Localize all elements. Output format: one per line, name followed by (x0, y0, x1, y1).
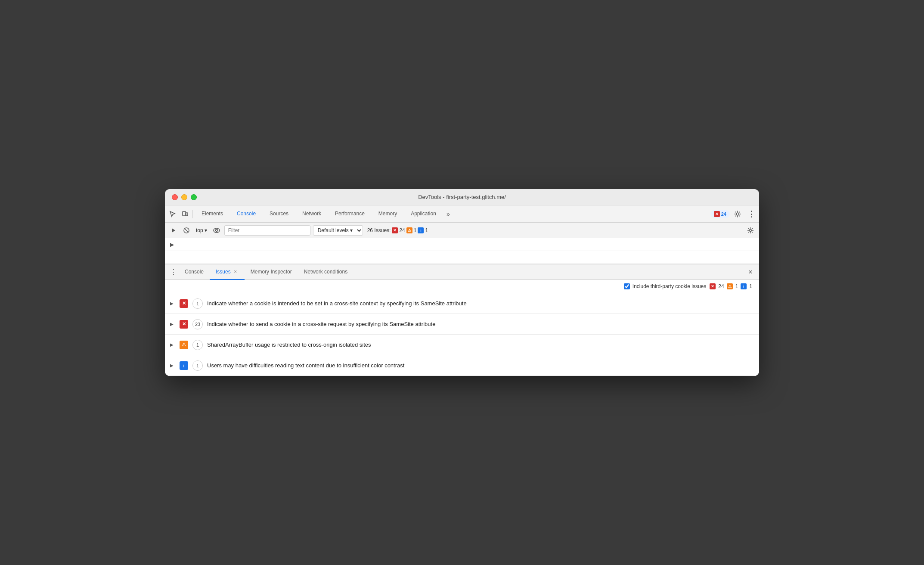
panel-error-icon: ✕ (710, 283, 716, 289)
svg-rect-1 (186, 213, 188, 216)
panel-tab-memory-inspector-label: Memory Inspector (251, 269, 292, 275)
issue-expand-2[interactable]: ▶ (170, 322, 175, 326)
warning-count: 1 (414, 227, 417, 233)
issues-count-label: 26 Issues: (367, 227, 391, 233)
panel-tabs: ⋮ Console Issues × Memory Inspector Netw… (165, 264, 759, 280)
issue-row-4[interactable]: ▶ i 1 Users may have difficulties readin… (165, 355, 759, 376)
panel-tab-issues[interactable]: Issues × (210, 264, 245, 280)
issue-row-2[interactable]: ▶ ✕ 23 Indicate whether to send a cookie… (165, 314, 759, 335)
issues-panel: Include third-party cookie issues ✕ 24 ⚠… (165, 280, 759, 376)
tab-console[interactable]: Console (230, 205, 263, 223)
inspect-element-button[interactable] (167, 208, 179, 220)
console-settings-button[interactable] (745, 225, 756, 236)
panel-tab-issues-label: Issues (216, 269, 231, 275)
run-button[interactable] (168, 225, 179, 236)
panel-tab-console[interactable]: Console (179, 264, 210, 280)
warning-count-icon: ⚠ (406, 227, 412, 233)
issues-toolbar: Include third-party cookie issues ✕ 24 ⚠… (165, 280, 759, 293)
issue-row-3[interactable]: ▶ ⚠ 1 SharedArrayBuffer usage is restric… (165, 335, 759, 355)
issue-error-badge-2: ✕ (180, 320, 188, 329)
tab-network[interactable]: Network (295, 205, 328, 223)
filter-input[interactable] (224, 225, 310, 236)
issue-expand-3[interactable]: ▶ (170, 342, 175, 347)
more-tabs-button[interactable]: » (443, 211, 453, 217)
svg-marker-3 (172, 228, 175, 233)
context-arrow: ▾ (205, 227, 207, 233)
info-count-icon: i (418, 227, 424, 233)
context-selector[interactable]: top ▾ (194, 227, 209, 234)
issues-badge[interactable]: ✕ 24 (710, 210, 730, 218)
console-empty-area (165, 251, 759, 264)
levels-select[interactable]: Default levels ▾ (313, 225, 363, 236)
info-count: 1 (425, 227, 428, 233)
svg-rect-0 (183, 211, 186, 216)
third-party-label: Include third-party cookie issues (633, 283, 706, 289)
context-label: top (196, 227, 203, 233)
tab-performance[interactable]: Performance (328, 205, 372, 223)
third-party-checkbox-label[interactable]: Include third-party cookie issues (624, 283, 706, 289)
settings-button[interactable] (732, 208, 744, 220)
issues-counts: ✕ 24 ⚠ 1 i 1 (710, 283, 752, 289)
svg-point-8 (750, 229, 752, 231)
tab-application[interactable]: Application (404, 205, 443, 223)
issue-text-1: Indicate whether a cookie is intended to… (207, 300, 754, 307)
tab-memory[interactable]: Memory (372, 205, 404, 223)
issues-tab-close[interactable]: × (233, 269, 239, 275)
tab-sources[interactable]: Sources (263, 205, 295, 223)
svg-point-6 (214, 228, 220, 233)
issue-error-badge-1: ✕ (180, 299, 188, 308)
minimize-button[interactable] (181, 194, 187, 200)
nav-tab-icons: ✕ 24 ⋮ (710, 208, 757, 220)
issue-info-badge-4: i (180, 361, 188, 370)
issue-count-2: 23 (192, 319, 203, 329)
live-expression-button[interactable] (211, 225, 222, 236)
issue-expand-1[interactable]: ▶ (170, 301, 175, 306)
issue-warning-badge-3: ⚠ (180, 341, 188, 349)
svg-point-2 (736, 213, 739, 215)
issue-text-4: Users may have difficulties reading text… (207, 362, 754, 369)
clear-button[interactable] (181, 225, 192, 236)
error-icon: ✕ (714, 211, 720, 217)
window-title: DevTools - first-party-test.glitch.me/ (418, 194, 506, 200)
expand-arrow[interactable]: ▶ (170, 242, 174, 248)
panel-info-icon: i (741, 283, 747, 289)
issue-count-3: 1 (192, 340, 203, 350)
maximize-button[interactable] (191, 194, 197, 200)
bottom-panel: ⋮ Console Issues × Memory Inspector Netw… (165, 264, 759, 376)
panel-tab-memory-inspector[interactable]: Memory Inspector (245, 264, 298, 280)
error-count: 24 (399, 227, 405, 233)
panel-warning-icon: ⚠ (727, 283, 733, 289)
svg-line-5 (185, 229, 188, 232)
main-nav-tabs: Elements Console Sources Network Perform… (165, 205, 759, 223)
svg-point-7 (215, 229, 217, 231)
panel-info-count: 1 (749, 283, 752, 289)
issues-count[interactable]: 26 Issues: ✕ 24 ⚠ 1 i 1 (366, 227, 430, 233)
issue-expand-4[interactable]: ▶ (170, 363, 175, 368)
titlebar: DevTools - first-party-test.glitch.me/ (165, 189, 759, 205)
panel-tab-network-conditions-label: Network conditions (304, 269, 347, 275)
issue-text-3: SharedArrayBuffer usage is restricted to… (207, 341, 754, 348)
panel-warning-count: 1 (735, 283, 738, 289)
console-expand-area: ▶ (165, 238, 759, 251)
panel-tab-menu[interactable]: ⋮ (168, 267, 179, 277)
more-options-button[interactable]: ⋮ (745, 208, 757, 220)
close-button[interactable] (172, 194, 178, 200)
panel-tab-console-label: Console (185, 269, 204, 275)
issue-row-1[interactable]: ▶ ✕ 1 Indicate whether a cookie is inten… (165, 293, 759, 314)
console-toolbar: top ▾ Default levels ▾ 26 Issues: ✕ 24 ⚠… (165, 223, 759, 238)
panel-close-button[interactable]: × (745, 267, 756, 277)
traffic-lights (172, 194, 197, 200)
third-party-checkbox[interactable] (624, 283, 630, 289)
issues-badge-count: 24 (721, 211, 726, 217)
issue-count-1: 1 (192, 298, 203, 309)
panel-error-count: 24 (718, 283, 724, 289)
tab-elements[interactable]: Elements (195, 205, 230, 223)
error-count-icon: ✕ (392, 227, 398, 233)
issue-count-4: 1 (192, 360, 203, 371)
divider (192, 210, 193, 218)
issue-text-2: Indicate whether to send a cookie in a c… (207, 321, 754, 327)
device-toolbar-button[interactable] (179, 208, 191, 220)
panel-tab-network-conditions[interactable]: Network conditions (298, 264, 353, 280)
